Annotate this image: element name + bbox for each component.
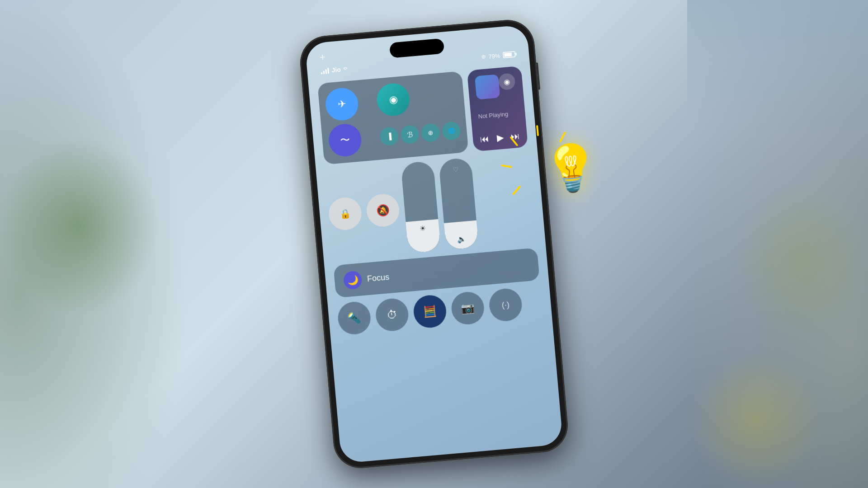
timer-button[interactable]: ⏱ — [374, 297, 410, 333]
battery-area: ⊛ 79% — [481, 51, 516, 61]
phone-case: + Jio ⌔ ⊛ 79% — [298, 18, 570, 470]
internet-icon: 🌐 — [448, 127, 455, 134]
wifi-button[interactable]: 〜 — [327, 122, 363, 158]
signal-bar-1 — [321, 72, 322, 74]
screen-lock-button[interactable]: 🔒 — [327, 196, 363, 231]
focus-small-icon: ⊕ — [428, 129, 434, 136]
not-playing-label: Not Playing — [478, 109, 518, 120]
wifi-icon: ⌔ — [343, 65, 347, 73]
svg-line-5 — [502, 164, 511, 168]
mute-icon: 🔕 — [376, 203, 390, 217]
airplane-mode-button[interactable]: ✈ — [324, 87, 359, 122]
lightbulb-emoji: 💡 — [541, 139, 602, 197]
wifi-icon: 〜 — [340, 133, 351, 147]
signal-bar-4 — [327, 68, 329, 74]
cellular-icon: ▐ — [387, 132, 392, 140]
phone-device: + Jio ⌔ ⊛ 79% — [298, 18, 570, 470]
battery-fill — [504, 52, 512, 56]
focus-label: Focus — [367, 272, 390, 283]
flashlight-button[interactable]: 🔦 — [337, 300, 372, 336]
broadcast-icon: (·) — [501, 300, 510, 310]
svg-line-6 — [513, 187, 520, 194]
mute-button[interactable]: 🔕 — [365, 193, 401, 228]
airplay-icon: ◉ — [503, 77, 510, 86]
svg-line-1 — [560, 133, 566, 141]
carrier-info: Jio ⌔ — [321, 65, 347, 75]
bg-yellow-glow — [687, 352, 823, 488]
volume-icon: 🔈 — [457, 235, 467, 244]
airplay-button[interactable]: ◉ — [498, 73, 516, 90]
flashlight-icon: 🔦 — [347, 311, 361, 325]
dynamic-island — [389, 38, 445, 58]
sliders-area: ☀ 🔈 ♪ ♡ — [401, 157, 479, 253]
rewind-button[interactable]: ⏮ — [480, 133, 490, 145]
brightness-slider[interactable]: ☀ — [401, 160, 441, 253]
add-button[interactable]: + — [319, 51, 326, 63]
calculator-button[interactable]: 🧮 — [412, 294, 448, 329]
charging-icon: ⊛ — [481, 53, 486, 60]
bg-sky — [687, 0, 868, 136]
signal-bar-2 — [323, 71, 325, 74]
music-note-icon: ♪ — [470, 225, 474, 232]
airdrop-icon: ◉ — [388, 94, 398, 106]
moon-icon: 🌙 — [343, 270, 363, 290]
timer-icon: ⏱ — [386, 308, 398, 322]
brightness-icon: ☀ — [419, 224, 426, 233]
connectivity-panel[interactable]: ✈ ◉ 〜 ▐ — [317, 71, 468, 164]
conn-bottom-row: ▐ ℬ ⊕ 🌐 — [379, 114, 462, 153]
svg-line-0 — [537, 126, 538, 135]
bg-foliage-left — [0, 136, 158, 316]
focus-small-button[interactable]: ⊕ — [421, 123, 440, 142]
airdrop-button[interactable]: ◉ — [376, 82, 411, 117]
calculator-icon: 🧮 — [423, 305, 437, 319]
internet-button[interactable]: 🌐 — [442, 121, 461, 141]
camera-button[interactable]: 📷 — [450, 291, 486, 326]
media-top: ◉ — [475, 73, 516, 99]
battery-percent: 79% — [488, 52, 500, 60]
album-artwork — [475, 74, 500, 99]
phone-screen: + Jio ⌔ ⊛ 79% — [305, 24, 563, 463]
volume-slider[interactable]: 🔈 ♪ ♡ — [439, 157, 479, 250]
carrier-name: Jio — [331, 66, 341, 74]
brightness-fill: ☀ — [406, 219, 441, 253]
svg-line-4 — [511, 137, 517, 145]
lock-icon: 🔒 — [339, 208, 351, 220]
connectivity-broadcast-button[interactable]: (·) — [488, 287, 523, 323]
heart-icon: ♡ — [453, 166, 459, 174]
cellular-button[interactable]: ▐ — [379, 127, 399, 146]
airplane-icon: ✈ — [337, 98, 346, 110]
signal-bar-3 — [325, 69, 327, 74]
signal-bars-icon — [321, 67, 329, 75]
bluetooth-button[interactable]: ℬ — [400, 125, 420, 144]
battery-icon — [503, 51, 516, 58]
camera-icon: 📷 — [461, 301, 475, 315]
bluetooth-icon: ℬ — [406, 130, 413, 139]
bg-foliage-right — [732, 181, 868, 339]
